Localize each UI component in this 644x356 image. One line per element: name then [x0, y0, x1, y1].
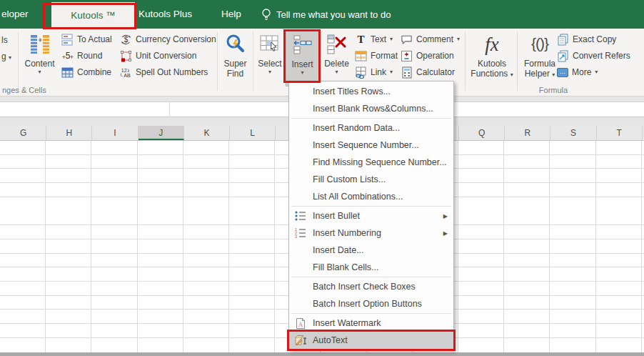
submenu-arrow-icon: ▶ — [443, 230, 448, 237]
delete-icon — [321, 30, 353, 59]
column-header-r[interactable]: R — [505, 126, 550, 140]
menu-separator — [291, 277, 451, 277]
ribbon-separator — [517, 32, 518, 91]
kutools-functions-label: Kutools Functions ▾ — [468, 59, 516, 79]
text-icon: T — [355, 34, 367, 46]
convert-refers-button[interactable]: Convert Refers — [557, 48, 630, 64]
delete-button[interactable]: Delete ▾ — [321, 30, 353, 86]
format-button[interactable]: Format ▾ — [355, 48, 404, 64]
more-button[interactable]: ... More ▾ — [557, 64, 598, 80]
menu-item-insert-titles-rows[interactable]: Insert Titles Rows... — [289, 83, 453, 100]
column-header-l[interactable]: L — [230, 126, 276, 140]
menu-item-list-all-combinations[interactable]: List All Combinations... — [289, 188, 453, 205]
bottom-edge-strip — [0, 352, 644, 356]
convert-refers-icon — [557, 50, 569, 62]
spell-out-numbers-button[interactable]: 12 AB Spell Out Numbers — [120, 64, 208, 80]
exact-copy-icon — [557, 34, 569, 46]
combine-button[interactable]: Combine — [61, 64, 111, 80]
currency-conversion-label: Currency Conversion — [136, 34, 216, 44]
menu-item-batch-insert-check-boxes[interactable]: Batch Insert Check Boxes — [289, 278, 453, 295]
currency-conversion-button[interactable]: $ Currency Conversion — [120, 31, 216, 47]
to-actual-button[interactable]: To Actual — [61, 31, 112, 47]
tab-developer-partial[interactable]: eloper — [1, 0, 29, 29]
column-header-t[interactable]: T — [597, 126, 643, 140]
menu-item-batch-insert-option-buttons[interactable]: Batch Insert Option Buttons — [289, 295, 453, 312]
calculator-label: Calculator — [416, 67, 455, 77]
comment-button[interactable]: Comment ▾ — [401, 31, 460, 47]
group-label-formula: Formula — [532, 86, 575, 94]
autotext-icon — [293, 334, 308, 347]
menu-separator — [291, 206, 451, 207]
content-label: Content — [21, 59, 59, 69]
cut-button-label-2[interactable]: g ▾ — [1, 51, 11, 61]
menu-item-autotext[interactable]: AutoText — [289, 332, 453, 349]
operation-label: Operation — [416, 51, 454, 61]
menu-item-insert-blank-rows-columns[interactable]: Insert Blank Rows&Columns... — [289, 100, 453, 117]
unit-conversion-button[interactable]: Unit Conversion — [120, 48, 196, 64]
super-find-button[interactable]: Super Find — [219, 30, 251, 86]
dropdown-caret: ▾ — [21, 69, 59, 76]
lightbulb-icon — [261, 8, 271, 21]
spell-out-numbers-icon: 12 AB — [120, 66, 132, 79]
round-button[interactable]: ₊5₊ Round — [61, 48, 102, 64]
comment-label: Comment — [416, 34, 453, 44]
dropdown-caret: ▾ — [510, 71, 513, 78]
cut-button-label-1[interactable]: ls — [1, 35, 8, 45]
calculator-button[interactable]: Calculator — [401, 64, 455, 80]
insert-label: Insert — [286, 59, 318, 69]
name-box-divider — [169, 102, 170, 117]
content-button[interactable]: Content ▾ — [21, 30, 59, 86]
link-button[interactable]: Link ▾ — [355, 64, 393, 80]
column-header-q[interactable]: Q — [459, 126, 505, 140]
kutools-functions-button[interactable]: fx Kutools Functions ▾ — [468, 30, 516, 86]
operation-button[interactable]: Operation — [401, 48, 454, 64]
select-label: Select — [254, 59, 286, 69]
menu-item-insert-numbering[interactable]: 123 Insert Numbering ▶ — [289, 224, 453, 242]
dropdown-caret: ▾ — [390, 36, 393, 43]
tab-kutools-plus[interactable]: Kutools Plus — [139, 0, 192, 29]
delete-label: Delete — [321, 59, 353, 69]
dropdown-caret: ▾ — [390, 69, 393, 76]
select-icon — [254, 30, 286, 59]
link-icon — [355, 66, 367, 79]
select-button[interactable]: Select ▾ — [254, 30, 286, 86]
formula-helper-button[interactable]: {()} Formula Helper ▾ — [518, 30, 561, 86]
calculator-icon — [401, 66, 413, 79]
to-actual-icon — [61, 34, 74, 46]
text-button[interactable]: T Text ▾ — [355, 31, 393, 47]
group-label-ranges-cells: nges & Cells — [2, 86, 46, 94]
ribbon-separator — [253, 32, 253, 91]
menu-item-find-missing-sequence-number[interactable]: Find Missing Sequence Number... — [289, 154, 453, 171]
spell-out-numbers-label: Spell Out Numbers — [136, 67, 208, 77]
convert-refers-label: Convert Refers — [573, 51, 630, 61]
operation-icon — [401, 50, 413, 62]
menu-separator — [291, 313, 451, 314]
menu-item-insert-sequence-number[interactable]: Insert Sequence Number... — [289, 137, 453, 154]
menu-item-fill-blank-cells[interactable]: Fill Blank Cells... — [289, 259, 453, 276]
column-header-s[interactable]: S — [550, 126, 596, 140]
column-header-i[interactable]: I — [92, 126, 138, 140]
watermark-icon: A — [293, 317, 308, 330]
column-header-g[interactable]: G — [1, 126, 46, 140]
menu-item-insert-date[interactable]: Insert Date... — [289, 242, 453, 259]
dropdown-caret: ▾ — [457, 36, 460, 43]
tab-kutools[interactable]: Kutools ™ — [51, 2, 135, 29]
menu-item-fill-custom-lists[interactable]: Fill Custom Lists... — [289, 171, 453, 188]
numbered-list-icon: 123 — [293, 227, 308, 239]
menu-item-insert-bullet[interactable]: Insert Bullet ▶ — [289, 207, 453, 224]
column-header-j-selected[interactable]: J — [139, 126, 184, 140]
insert-icon — [286, 31, 318, 59]
to-actual-label: To Actual — [77, 34, 112, 44]
exact-copy-button[interactable]: Exact Copy — [557, 31, 616, 47]
column-header-h[interactable]: H — [46, 126, 92, 140]
dropdown-caret: ▾ — [321, 69, 353, 76]
menu-item-insert-random-data[interactable]: Insert Random Data... — [289, 119, 453, 137]
menu-item-insert-watermark[interactable]: A Insert Watermark — [289, 315, 453, 332]
insert-button[interactable]: Insert ▾ — [286, 30, 319, 86]
link-label: Link — [371, 67, 386, 77]
tab-help[interactable]: Help — [221, 0, 241, 29]
tell-me-box[interactable]: Tell me what you want to do — [261, 0, 391, 29]
dropdown-caret: ▾ — [286, 69, 318, 76]
column-header-k[interactable]: K — [184, 126, 230, 140]
svg-text:A: A — [298, 320, 303, 327]
